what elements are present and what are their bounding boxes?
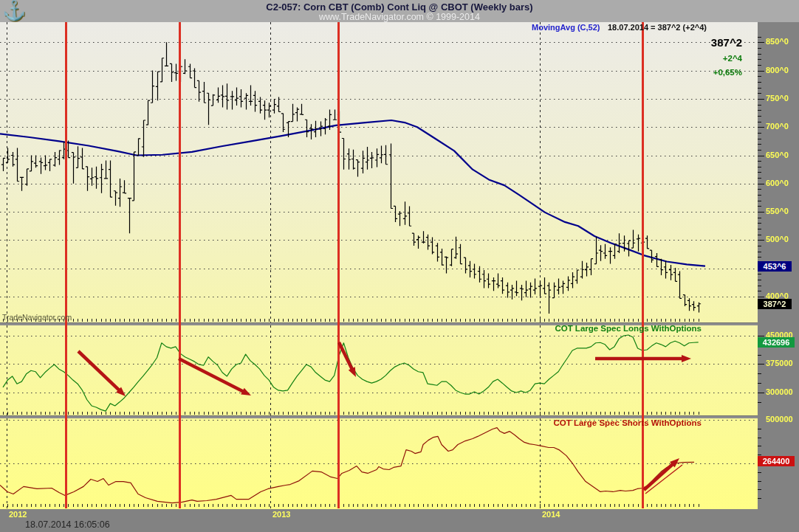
price-axis-label: 750^0 [766, 94, 789, 103]
chart-title: C2-057: Corn CBT (Comb) Cont Liq @ CBOT … [0, 1, 799, 13]
price-axis-label: 600^0 [766, 179, 789, 187]
x-axis-year-label: 2012 [9, 510, 27, 519]
cot-longs-axis-label: 375000 [766, 359, 793, 367]
watermark: TradeNavigator.com [2, 313, 72, 322]
last-price-badge: 387^2 [758, 299, 792, 309]
price-axis-label: 650^0 [766, 151, 789, 159]
price-axis-label: 800^0 [766, 66, 789, 75]
price-change-percent: +0,65% [713, 68, 742, 77]
trade-navigator-chart-window: ⚓ C2-057: Corn CBT (Comb) Cont Liq @ CBO… [0, 0, 799, 532]
chart-subtitle: www.TradeNavigator.com © 1999-2014 [0, 12, 799, 22]
indicator-name: MovingAvg (C,52) [532, 23, 600, 32]
price-change: +2^4 [723, 54, 742, 63]
price-axis-label: 550^0 [766, 207, 789, 215]
chart-canvas [0, 0, 799, 532]
cot-shorts-value-badge: 264400 [758, 456, 795, 466]
last-price: 387^2 [711, 36, 742, 49]
status-timestamp: 18.07.2014 16:05:06 [25, 519, 110, 530]
price-axis-label: 700^0 [766, 122, 789, 131]
cot-shorts-panel-label: COT Large Spec Shorts WithOptions [553, 418, 702, 427]
x-axis-year-label: 2013 [272, 510, 290, 519]
cot-shorts-axis-label: 500000 [766, 415, 793, 424]
price-axis-label: 850^0 [766, 37, 789, 46]
cot-longs-axis-label: 300000 [766, 387, 793, 396]
price-axis-label: 500^0 [766, 235, 789, 243]
ma-value-badge: 453^6 [758, 261, 792, 272]
x-axis-year-label: 2014 [542, 510, 560, 519]
cot-longs-panel-label: COT Large Spec Longs WithOptions [555, 324, 702, 333]
cot-longs-value-badge: 432696 [758, 337, 795, 348]
indicator-readout: 18.07.2014 = 387^2 (+2^4) [608, 23, 707, 32]
